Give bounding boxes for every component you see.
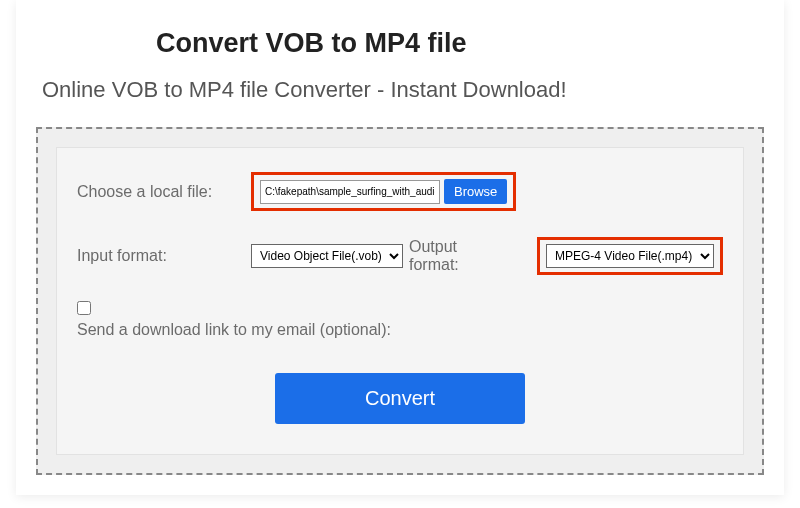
choose-file-label: Choose a local file: bbox=[77, 183, 245, 201]
input-format-select[interactable]: Video Object File(.vob) bbox=[251, 244, 403, 268]
email-checkbox[interactable] bbox=[77, 301, 91, 315]
upload-panel: Choose a local file: Browse Input format… bbox=[36, 127, 764, 475]
file-row: Choose a local file: Browse bbox=[77, 172, 723, 211]
converter-card: Convert VOB to MP4 file Online VOB to MP… bbox=[16, 0, 784, 495]
output-format-label: Output format: bbox=[409, 238, 487, 274]
input-format-label: Input format: bbox=[77, 247, 245, 265]
format-row: Input format: Video Object File(.vob) Ou… bbox=[77, 237, 723, 275]
convert-button[interactable]: Convert bbox=[275, 373, 525, 424]
file-path-input[interactable] bbox=[260, 180, 440, 204]
email-row: Send a download link to my email (option… bbox=[77, 301, 723, 339]
email-label: Send a download link to my email (option… bbox=[77, 321, 723, 339]
browse-button[interactable]: Browse bbox=[444, 179, 507, 204]
page-title: Convert VOB to MP4 file bbox=[156, 28, 764, 59]
output-format-select[interactable]: MPEG-4 Video File(.mp4) bbox=[546, 244, 714, 268]
file-input-highlight: Browse bbox=[251, 172, 516, 211]
output-format-highlight: MPEG-4 Video File(.mp4) bbox=[537, 237, 723, 275]
page-subtitle: Online VOB to MP4 file Converter - Insta… bbox=[42, 77, 764, 103]
form-container: Choose a local file: Browse Input format… bbox=[56, 147, 744, 455]
